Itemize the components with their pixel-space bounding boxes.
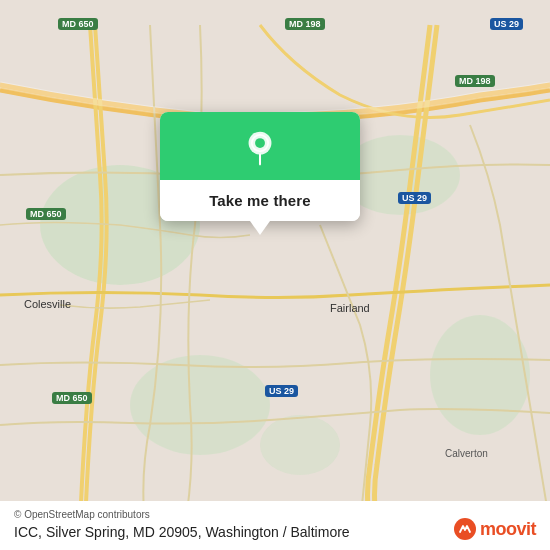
shield-md650-top: MD 650 [58,18,98,30]
shield-md198-right: MD 198 [455,75,495,87]
svg-point-7 [255,138,265,148]
shield-md650-left: MD 650 [26,208,66,220]
label-fairland: Fairland [330,302,370,314]
popup-header [160,112,360,180]
moovit-logo: moovit [454,518,536,540]
shield-md650-bottom: MD 650 [52,392,92,404]
shield-md198-top: MD 198 [285,18,325,30]
popup-card: Take me there [160,112,360,221]
label-colesville: Colesville [24,298,71,310]
shield-us29-bottom: US 29 [265,385,298,397]
shield-us29-mid: US 29 [398,192,431,204]
take-me-there-button[interactable]: Take me there [160,180,360,221]
moovit-icon [454,518,476,540]
location-pin-icon [242,130,278,166]
shield-us29-top: US 29 [490,18,523,30]
label-calverton: Calverton [445,448,488,459]
moovit-text: moovit [480,519,536,540]
svg-point-3 [130,355,270,455]
svg-point-5 [260,415,340,475]
popup-tail [250,221,270,235]
map-container: MD 650 MD 198 US 29 MD 198 US 29 MD 650 … [0,0,550,550]
svg-point-4 [430,315,530,435]
bottom-bar: © OpenStreetMap contributors ICC, Silver… [0,501,550,550]
